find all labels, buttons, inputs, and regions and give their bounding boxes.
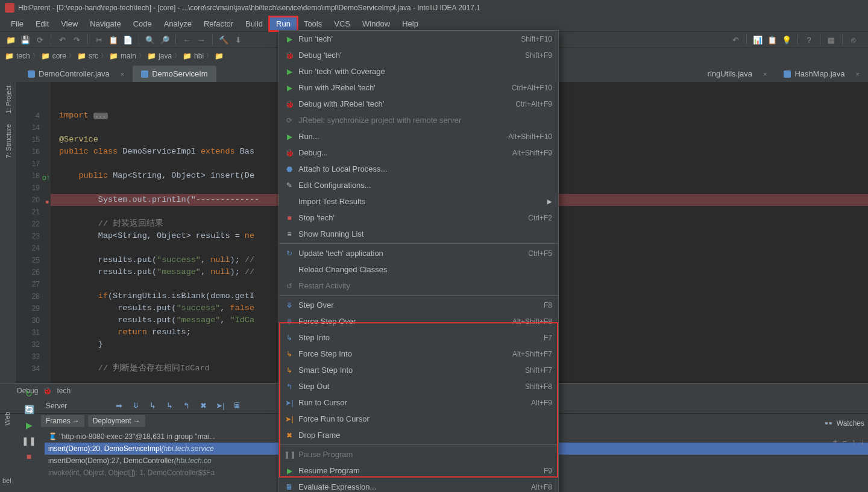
down-icon[interactable]: ↓ xyxy=(861,437,865,446)
breadcrumb-item[interactable]: 📁core〉 xyxy=(41,52,75,60)
replace-icon[interactable]: 🔎 xyxy=(159,34,171,46)
run-menu-item[interactable]: ✖Drop Frame xyxy=(279,427,558,443)
help-icon[interactable]: ? xyxy=(803,34,815,46)
show-exec-point-icon[interactable]: ➡ xyxy=(113,400,125,412)
run-menu-item[interactable]: 🐞Debug...Alt+Shift+F9 xyxy=(279,145,558,161)
redo-icon[interactable]: ↷ xyxy=(71,34,83,46)
run-menu-item[interactable]: ⬣Attach to Local Process... xyxy=(279,161,558,177)
evaluate-icon[interactable]: 🖩 xyxy=(231,400,243,412)
menu-window[interactable]: Window xyxy=(356,17,396,30)
forward-icon[interactable]: → xyxy=(195,34,207,46)
run-menu-item[interactable]: ▶Run...Alt+Shift+F10 xyxy=(279,128,558,145)
override-icon[interactable]: o↑ xyxy=(42,172,49,179)
run-menu-item[interactable]: ↳Force Step IntoAlt+Shift+F7 xyxy=(279,346,558,362)
menu-refactor[interactable]: Refactor xyxy=(198,17,239,30)
step-over-icon[interactable]: ⤋ xyxy=(130,400,142,412)
menu-view[interactable]: View xyxy=(55,17,84,30)
breakpoint-icon[interactable]: ● xyxy=(42,196,49,203)
run-menu-item[interactable]: ▶Run 'tech' with Coverage xyxy=(279,63,558,79)
rerun-icon[interactable]: ↻ xyxy=(23,388,35,400)
close-tab-icon[interactable]: × xyxy=(763,70,767,78)
exit-icon[interactable]: ⎋ xyxy=(848,34,860,46)
resume-icon[interactable]: ▶ xyxy=(23,419,35,431)
drop-frame-icon[interactable]: ✖ xyxy=(197,400,209,412)
cut-icon[interactable]: ✂ xyxy=(93,34,105,46)
menu-edit[interactable]: Edit xyxy=(30,17,55,30)
run-menu-item[interactable]: ↳Step IntoF7 xyxy=(279,329,558,346)
breadcrumb-item[interactable]: 📁src〉 xyxy=(77,52,107,60)
menu-navigate[interactable]: Navigate xyxy=(84,17,127,30)
save-icon[interactable]: 💾 xyxy=(19,34,31,46)
project-tool-button[interactable]: 1: Project xyxy=(4,82,13,117)
run-menu-item[interactable]: ↳Smart Step IntoShift+F7 xyxy=(279,362,558,378)
tab-demoserviceimpl[interactable]: DemoServiceIm xyxy=(133,66,216,82)
menu-code[interactable]: Code xyxy=(127,17,158,30)
jr-icon[interactable]: ▦ xyxy=(825,34,837,46)
clipboard-icon[interactable]: 📋 xyxy=(766,34,778,46)
run-menu-item[interactable]: ▶Resume ProgramF9 xyxy=(279,462,558,479)
breadcrumb-item[interactable]: 📁main〉 xyxy=(109,52,145,60)
copy-icon[interactable]: 📋 xyxy=(107,34,119,46)
deployment-tab[interactable]: Deployment→ xyxy=(88,415,145,427)
pause-icon[interactable]: ❚❚ xyxy=(23,435,35,447)
run-menu-item[interactable]: ■Stop 'tech'Ctrl+F2 xyxy=(279,210,558,226)
menu-file[interactable]: File xyxy=(5,17,30,30)
close-tab-icon[interactable]: × xyxy=(121,70,124,78)
add-watch-icon[interactable]: + xyxy=(833,437,838,446)
run-menu-item[interactable]: 🐞Debug 'tech'Shift+F9 xyxy=(279,47,558,63)
menu-help[interactable]: Help xyxy=(396,17,424,30)
remove-watch-icon[interactable]: − xyxy=(842,437,847,446)
run-menu-item[interactable]: ✎Edit Configurations... xyxy=(279,177,558,193)
run-menu-item[interactable]: ➤|Force Run to Cursor xyxy=(279,411,558,427)
undo2-icon[interactable]: ↶ xyxy=(729,34,741,46)
tab-stringutils[interactable]: ringUtils.java× xyxy=(699,66,776,82)
close-tab-icon[interactable]: × xyxy=(856,70,860,78)
breadcrumb-item[interactable]: 📁hbi〉 xyxy=(183,52,212,60)
menu-build[interactable]: Build xyxy=(239,17,269,30)
menu-item-label: Debug 'tech' xyxy=(298,51,525,60)
run-menu-item[interactable]: ↰Step OutShift+F8 xyxy=(279,378,558,394)
menu-run[interactable]: Run xyxy=(269,16,298,31)
structure-icon[interactable]: 📊 xyxy=(752,34,764,46)
sync-icon[interactable]: ⟳ xyxy=(34,34,46,46)
server-tab[interactable]: Server xyxy=(41,400,72,411)
run-menu-item[interactable]: ⤋Step OverF8 xyxy=(279,297,558,313)
undo-icon[interactable]: ↶ xyxy=(56,34,68,46)
menu-vcs[interactable]: VCS xyxy=(328,17,356,30)
update-icon[interactable]: 🔄 xyxy=(23,403,35,416)
run-menu-item[interactable]: ▶Run 'tech'Shift+F10 xyxy=(279,31,558,47)
web-tool-button[interactable]: Web xyxy=(0,409,14,428)
run-menu-item[interactable]: ⤋Force Step OverAlt+Shift+F8 xyxy=(279,313,558,329)
tab-hashmap[interactable]: HashMap.java× xyxy=(775,66,868,82)
run-to-cursor-icon[interactable]: ➤| xyxy=(214,400,226,412)
build-icon[interactable]: 🔨 xyxy=(218,34,230,46)
run-menu-item[interactable]: ↻Update 'tech' applicationCtrl+F5 xyxy=(279,245,558,261)
up-icon[interactable]: ↑ xyxy=(852,437,856,446)
run-menu-item[interactable]: 🐞Debug with JRebel 'tech'Ctrl+Alt+F9 xyxy=(279,96,558,112)
run-menu-item[interactable]: Import Test Results▶ xyxy=(279,193,558,210)
run-menu-item[interactable]: Reload Changed Classes xyxy=(279,261,558,278)
menu-tools[interactable]: Tools xyxy=(298,17,328,30)
run-menu-item[interactable]: ➤|Run to CursorAlt+F9 xyxy=(279,394,558,411)
paste-icon[interactable]: 📄 xyxy=(122,34,134,46)
step-out-icon[interactable]: ↰ xyxy=(180,400,192,412)
tab-democontroller[interactable]: DemoController.java× xyxy=(19,66,133,82)
back-icon[interactable]: ← xyxy=(181,34,193,46)
breadcrumb-item[interactable]: 📁 xyxy=(215,52,224,60)
run-menu-item[interactable]: 🖩Evaluate Expression...Alt+F8 xyxy=(279,479,558,492)
run-config-icon[interactable]: ⬇ xyxy=(232,34,244,46)
run-menu-item[interactable]: ▶Run with JRebel 'tech'Ctrl+Alt+F10 xyxy=(279,79,558,96)
step-into-icon[interactable]: ↳ xyxy=(146,400,159,412)
stop-icon[interactable]: ■ xyxy=(23,450,35,462)
force-step-into-icon[interactable]: ↳ xyxy=(163,400,175,412)
find-icon[interactable]: 🔍 xyxy=(144,34,156,46)
breadcrumb-item[interactable]: 📁java〉 xyxy=(147,52,180,60)
run-menu-item[interactable]: ≡Show Running List xyxy=(279,226,558,242)
menu-analyze[interactable]: Analyze xyxy=(158,17,198,30)
structure-tool-button[interactable]: 7: Structure xyxy=(4,120,13,162)
breadcrumb-item[interactable]: 📁tech〉 xyxy=(5,52,39,60)
bulb-icon[interactable]: 💡 xyxy=(781,34,793,46)
open-icon[interactable]: 📁 xyxy=(5,34,17,46)
frames-tab[interactable]: Frames→ xyxy=(41,415,84,427)
watches-panel-header[interactable]: 👓Watches xyxy=(824,419,864,428)
